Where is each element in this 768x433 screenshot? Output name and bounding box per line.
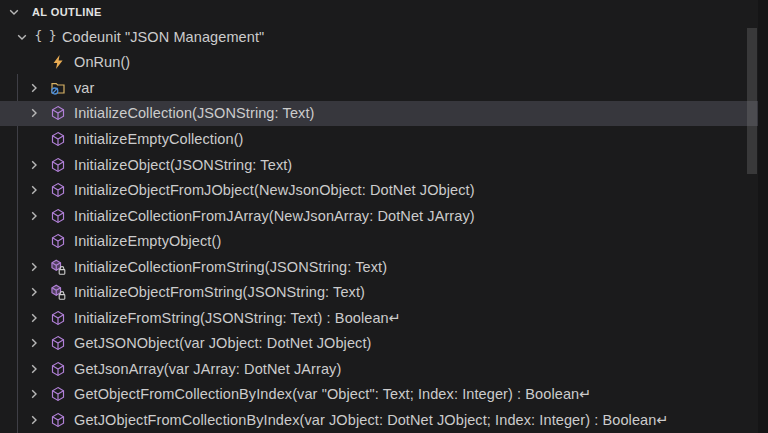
outline-row-label: var	[74, 80, 94, 96]
vertical-scrollbar[interactable]	[747, 28, 757, 174]
outline-row[interactable]: OnRun()	[0, 50, 758, 76]
outline-row-label: Codeunit "JSON Management"	[62, 29, 264, 45]
chevron-down-icon[interactable]	[6, 4, 22, 20]
chevron-placeholder	[26, 233, 42, 249]
chevron-right-icon[interactable]	[26, 259, 42, 275]
outline-row-label: GetJSONObject(var JObject: DotNet JObjec…	[74, 335, 372, 351]
outline-row-label: InitializeEmptyObject()	[74, 233, 221, 249]
chevron-placeholder	[26, 54, 42, 70]
method-lock-icon	[50, 284, 66, 300]
outline-row-label: InitializeFromString(JSONString: Text) :…	[74, 310, 401, 326]
chevron-right-icon[interactable]	[26, 105, 42, 121]
outline-row-label: GetJsonArray(var JArray: DotNet JArray)	[74, 361, 341, 377]
method-icon	[50, 361, 66, 377]
outline-row-label: InitializeObjectFromString(JSONString: T…	[74, 284, 365, 300]
variables-icon	[50, 80, 66, 96]
chevron-right-icon[interactable]	[26, 386, 42, 402]
chevron-right-icon[interactable]	[26, 361, 42, 377]
method-icon	[50, 233, 66, 249]
braces-icon: { }	[38, 29, 54, 45]
al-outline-panel: AL OUTLINE { }Codeunit "JSON Management"…	[0, 0, 768, 433]
chevron-right-icon[interactable]	[26, 208, 42, 224]
outline-row[interactable]: InitializeObjectFromJObject(NewJsonObjec…	[0, 177, 758, 203]
panel-edge-strip	[758, 0, 768, 433]
outline-row[interactable]: InitializeObjectFromString(JSONString: T…	[0, 279, 758, 305]
outline-row[interactable]: InitializeEmptyCollection()	[0, 126, 758, 152]
outline-row-label: InitializeCollectionFromJArray(NewJsonAr…	[74, 208, 475, 224]
chevron-right-icon[interactable]	[26, 412, 42, 428]
method-icon	[50, 310, 66, 326]
outline-row[interactable]: InitializeCollection(JSONString: Text)	[0, 101, 758, 127]
outline-row[interactable]: InitializeCollectionFromJArray(NewJsonAr…	[0, 203, 758, 229]
method-icon	[50, 157, 66, 173]
outline-row-label: GetJObjectFromCollectionByIndex(var JObj…	[74, 412, 669, 428]
outline-row[interactable]: InitializeEmptyObject()	[0, 228, 758, 254]
outline-tree: { }Codeunit "JSON Management"OnRun()varI…	[0, 24, 758, 433]
section-header-al-outline[interactable]: AL OUTLINE	[0, 0, 768, 24]
outline-row-label: InitializeEmptyCollection()	[74, 131, 244, 147]
section-title: AL OUTLINE	[32, 6, 102, 18]
method-icon	[50, 105, 66, 121]
outline-row-label: InitializeObjectFromJObject(NewJsonObjec…	[74, 182, 475, 198]
outline-row-label: OnRun()	[74, 54, 130, 70]
method-icon	[50, 386, 66, 402]
outline-row[interactable]: var	[0, 75, 758, 101]
chevron-right-icon[interactable]	[26, 310, 42, 326]
outline-row-label: InitializeCollectionFromString(JSONStrin…	[74, 259, 387, 275]
chevron-down-icon[interactable]	[14, 29, 30, 45]
outline-row[interactable]: GetObjectFromCollectionByIndex(var "Obje…	[0, 382, 758, 408]
outline-row-label: InitializeCollection(JSONString: Text)	[74, 105, 314, 121]
chevron-right-icon[interactable]	[26, 80, 42, 96]
outline-row[interactable]: GetJSONObject(var JObject: DotNet JObjec…	[0, 331, 758, 357]
outline-row[interactable]: InitializeCollectionFromString(JSONStrin…	[0, 254, 758, 280]
chevron-right-icon[interactable]	[26, 284, 42, 300]
outline-row[interactable]: InitializeFromString(JSONString: Text) :…	[0, 305, 758, 331]
method-icon	[50, 335, 66, 351]
outline-row-label: GetObjectFromCollectionByIndex(var "Obje…	[74, 386, 591, 402]
outline-row[interactable]: InitializeObject(JSONString: Text)	[0, 152, 758, 178]
outline-row[interactable]: GetJsonArray(var JArray: DotNet JArray)	[0, 356, 758, 382]
method-lock-icon	[50, 259, 66, 275]
outline-row-label: InitializeObject(JSONString: Text)	[74, 157, 292, 173]
outline-row[interactable]: { }Codeunit "JSON Management"	[0, 24, 758, 50]
method-icon	[50, 182, 66, 198]
method-icon	[50, 412, 66, 428]
event-icon	[50, 54, 66, 70]
chevron-right-icon[interactable]	[26, 157, 42, 173]
chevron-right-icon[interactable]	[26, 335, 42, 351]
chevron-right-icon[interactable]	[26, 182, 42, 198]
chevron-placeholder	[26, 131, 42, 147]
method-icon	[50, 208, 66, 224]
method-icon	[50, 131, 66, 147]
outline-row[interactable]: GetJObjectFromCollectionByIndex(var JObj…	[0, 407, 758, 433]
